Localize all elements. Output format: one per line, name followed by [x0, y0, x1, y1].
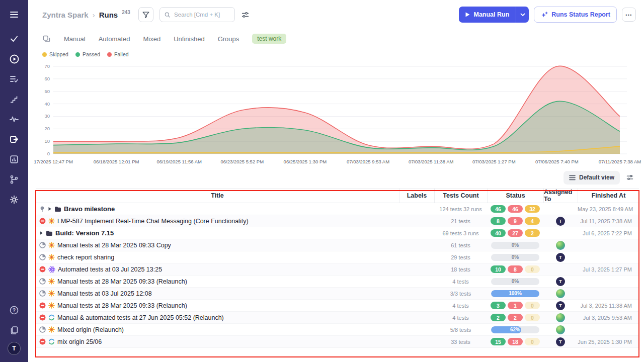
default-view-button[interactable]: Default view — [564, 171, 620, 185]
table-row[interactable]: Manual tests at 28 Mar 2025 09:33 (Relau… — [36, 276, 639, 288]
run-title[interactable]: check report sharing — [57, 254, 114, 261]
search-input[interactable] — [173, 11, 230, 18]
columns-settings-button[interactable] — [241, 11, 250, 19]
breadcrumb-project[interactable]: Zyntra Spark — [42, 11, 89, 19]
table-row[interactable]: Manual tests at 28 Mar 2025 09:33 Copy61… — [36, 239, 639, 251]
skipped-count-badge: 2 — [525, 229, 540, 237]
run-title[interactable]: Build: Version 7.15 — [55, 229, 114, 237]
svg-text:0: 0 — [47, 151, 50, 156]
sidebar-item-traceability[interactable] — [5, 171, 24, 188]
view-settings-button[interactable] — [626, 173, 634, 182]
run-title[interactable]: Manual tests at 03 Jul 2025 12:08 — [57, 290, 152, 297]
manual-run-button[interactable]: Manual Run — [459, 7, 516, 23]
run-title[interactable]: Manual tests at 28 Mar 2025 09:33 (Relau… — [57, 278, 187, 285]
tab-groups[interactable]: Groups — [218, 35, 239, 43]
sidebar-item-cases[interactable] — [5, 30, 24, 47]
sidebar-item-export[interactable] — [5, 131, 24, 148]
run-title[interactable]: Bravo milestone — [64, 205, 115, 213]
top-bar: Zyntra Spark › Runs 243 Manual Run — [28, 0, 644, 29]
sidebar-item-menu[interactable] — [5, 6, 24, 23]
runs-status-report-button[interactable]: Runs Status Report — [534, 7, 617, 23]
table-row[interactable]: Build: Version 7.1569 tests 3 runs40272J… — [36, 227, 639, 239]
status-cell: 15180 — [487, 338, 543, 345]
expand-chevron-icon[interactable] — [48, 207, 52, 211]
git-branch-icon — [9, 174, 19, 185]
run-title[interactable]: mix origin 25/06 — [57, 338, 102, 345]
run-title-cell: Manual & automated tests at 27 Jun 2025 … — [36, 314, 399, 321]
run-title[interactable]: Manual tests at 28 Mar 2025 09:33 (Relau… — [57, 302, 187, 309]
column-header-finished-at[interactable]: Finished At — [578, 189, 639, 203]
run-title[interactable]: Automated tests at 03 Jul 2025 13:25 — [58, 266, 162, 273]
select-runs-button[interactable] — [42, 35, 51, 43]
assignee-avatar[interactable]: T — [556, 301, 565, 310]
sidebar-item-help[interactable]: ? — [5, 302, 24, 319]
assignee-avatar[interactable]: T — [556, 253, 565, 262]
legend-dot — [75, 52, 80, 57]
more-actions-button[interactable]: ⋯ — [622, 8, 636, 22]
run-title[interactable]: LMP-587 Implement Real-Time Chat Messagi… — [57, 218, 249, 225]
run-title[interactable]: Mixed origin (Relaunch) — [57, 326, 124, 333]
active-filter-tag[interactable]: test work — [252, 34, 286, 44]
sidebar-item-milestones[interactable] — [5, 90, 24, 108]
run-title-cell: mix origin 25/06 — [36, 338, 399, 345]
manual-run-type-icon — [48, 242, 55, 248]
filter-tabs: ManualAutomatedMixedUnfinishedGroups — [64, 35, 239, 43]
manual-run-type-icon — [48, 326, 55, 333]
assigned-cell: T — [543, 277, 578, 286]
assignee-avatar-globe[interactable] — [556, 325, 565, 334]
sidebar-item-docs[interactable] — [5, 322, 24, 339]
sidebar-item-reports[interactable] — [5, 151, 24, 168]
status-cell: 220 — [487, 314, 543, 321]
user-avatar[interactable]: T — [8, 342, 21, 355]
sidebar-item-runs[interactable] — [5, 50, 24, 67]
mixed-run-type-icon — [48, 338, 55, 345]
table-row[interactable]: LMP-587 Implement Real-Time Chat Messagi… — [36, 215, 639, 227]
table-row[interactable]: Bravo milestone124 tests 32 runs464632Ma… — [36, 203, 639, 215]
in-progress-status-icon — [39, 326, 46, 333]
column-header-status[interactable]: Status — [487, 189, 543, 203]
table-row[interactable]: check report sharing29 tests0%T — [36, 251, 639, 263]
sidebar-item-activity[interactable] — [5, 111, 24, 128]
automated-run-type-icon — [48, 266, 55, 273]
run-title[interactable]: Manual tests at 28 Mar 2025 09:33 Copy — [57, 242, 171, 249]
assignee-avatar[interactable]: T — [556, 217, 565, 226]
table-row[interactable]: Automated tests at 03 Jul 2025 13:2518 t… — [36, 263, 639, 276]
status-cell: 1080 — [487, 265, 543, 273]
svg-text:07/03/2025 1:27 PM: 07/03/2025 1:27 PM — [472, 159, 516, 164]
column-header-title[interactable]: Title — [36, 189, 399, 203]
assignee-avatar-globe[interactable] — [556, 313, 565, 322]
topbar-actions: Manual Run Runs Status Report ⋯ — [459, 7, 636, 23]
table-row[interactable]: Mixed origin (Relaunch)5/8 tests62% — [36, 324, 639, 336]
legend-label: Passed — [83, 51, 100, 57]
tab-mixed[interactable]: Mixed — [143, 35, 161, 43]
table-row[interactable]: Manual tests at 03 Jul 2025 12:083/3 tes… — [36, 288, 639, 300]
table-row[interactable]: Manual & automated tests at 27 Jun 2025 … — [36, 312, 639, 324]
breadcrumb: Zyntra Spark › Runs 243 — [42, 11, 130, 19]
failed-count-badge: 27 — [508, 229, 523, 237]
tab-automated[interactable]: Automated — [99, 35, 130, 43]
expand-chevron-icon[interactable] — [39, 231, 43, 235]
assignee-avatar-globe[interactable] — [556, 289, 565, 298]
legend-item: Skipped — [42, 51, 68, 57]
tab-unfinished[interactable]: Unfinished — [174, 35, 204, 43]
manual-run-label: Manual Run — [473, 11, 509, 18]
sidebar-item-settings[interactable] — [5, 191, 24, 208]
failed-count-badge: 1 — [508, 302, 523, 309]
filter-button[interactable] — [138, 7, 153, 22]
assignee-avatar-globe[interactable] — [556, 241, 565, 250]
run-title[interactable]: Manual & automated tests at 27 Jun 2025 … — [57, 314, 224, 321]
column-header-labels[interactable]: Labels — [399, 189, 434, 203]
manual-run-dropdown-button[interactable] — [516, 7, 529, 23]
column-header-tests-count[interactable]: Tests Count — [434, 189, 487, 203]
table-row[interactable]: Manual tests at 28 Mar 2025 09:33 (Relau… — [36, 300, 639, 312]
assignee-avatar[interactable]: T — [556, 337, 565, 346]
skipped-count-badge: 0 — [525, 302, 540, 309]
search-box[interactable] — [159, 7, 235, 22]
assignee-avatar[interactable]: T — [556, 277, 565, 286]
column-header-assigned-to[interactable]: Assigned To — [543, 189, 578, 203]
manual-run-type-icon — [48, 218, 55, 224]
tab-manual[interactable]: Manual — [64, 35, 86, 43]
table-row[interactable]: mix origin 25/0633 tests15180TJun 25, 20… — [36, 336, 639, 348]
manual-run-type-icon — [48, 290, 55, 297]
sidebar-item-plans[interactable] — [5, 70, 24, 87]
